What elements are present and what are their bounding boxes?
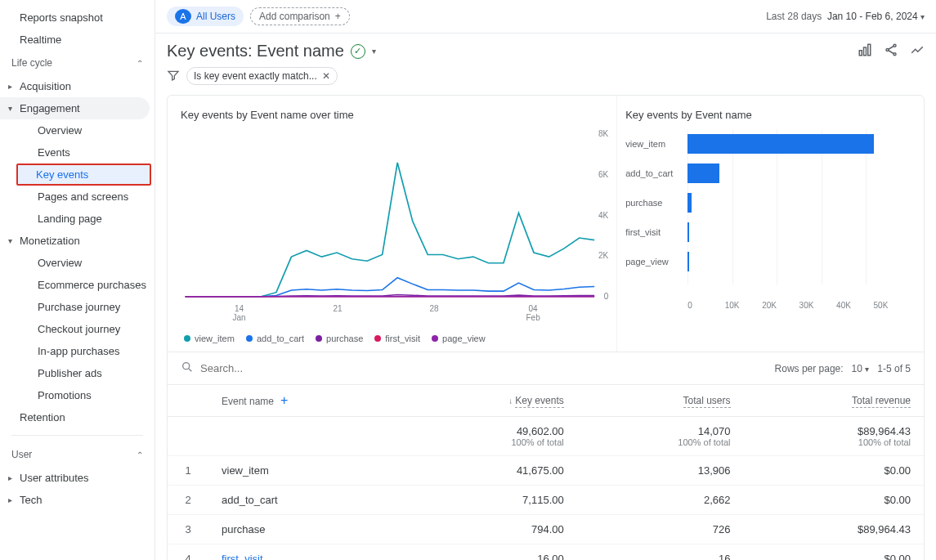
bar-row[interactable]: add_to_cart	[625, 159, 911, 188]
topbar: A All Users Add comparison + Last 28 day…	[155, 0, 936, 34]
col-key-events[interactable]: ↓Key events	[405, 385, 577, 417]
svg-rect-0	[859, 51, 862, 56]
bar-row[interactable]: first_visit	[625, 217, 911, 247]
sidebar-item-eng-pages[interactable]: Pages and screens	[0, 186, 155, 208]
filter-chip[interactable]: Is key event exactly match... ✕	[186, 67, 338, 85]
insights-icon[interactable]	[910, 43, 925, 60]
bar-chart-title: Key events by Event name	[625, 109, 911, 121]
sidebar-item-mon-promo[interactable]: Promotions	[0, 384, 155, 406]
chevron-down-icon: ▾	[920, 12, 925, 21]
page-title: Key events: Event name	[167, 42, 344, 60]
totals-row: 49,602.00100% of total 14,070100% of tot…	[168, 417, 924, 456]
segment-pill[interactable]: A All Users	[167, 7, 244, 26]
rows-per-page-select[interactable]: 10 ▾	[852, 363, 870, 374]
svg-rect-2	[868, 44, 871, 56]
customize-icon[interactable]	[858, 43, 872, 60]
sidebar-group-lifecycle[interactable]: Life cycle⌃	[0, 51, 155, 75]
sort-down-icon: ↓	[508, 396, 513, 405]
sidebar-item-eng-key-events[interactable]: Key events	[16, 164, 151, 186]
caret-right-icon: ▸	[8, 82, 18, 91]
sidebar-group-user[interactable]: User⌃	[0, 442, 155, 467]
legend-item[interactable]: add_to_cart	[246, 334, 304, 343]
filter-bar: Is key event exactly match... ✕	[155, 64, 936, 95]
sidebar-item-tech[interactable]: ▸Tech	[0, 489, 155, 511]
caret-right-icon: ▸	[8, 495, 18, 504]
filter-icon[interactable]	[167, 69, 180, 84]
caret-right-icon: ▸	[8, 473, 18, 482]
rows-per-page-label: Rows per page:	[775, 363, 844, 374]
svg-rect-1	[864, 47, 867, 56]
table-row[interactable]: 1view_item41,675.0013,906$0.00	[168, 456, 924, 486]
legend-item[interactable]: page_view	[432, 334, 486, 343]
chevron-down-icon: ▾	[865, 365, 869, 374]
svg-point-3	[893, 44, 896, 47]
table-row[interactable]: 3purchase794.00726$89,964.43	[168, 515, 924, 544]
bar-chart: view_itemadd_to_cartpurchasefirst_visitp…	[625, 129, 911, 301]
segment-label: All Users	[196, 11, 235, 22]
bar-row[interactable]: purchase	[625, 188, 911, 217]
add-comparison-button[interactable]: Add comparison +	[250, 7, 350, 25]
segment-badge: A	[175, 9, 191, 24]
data-table: Event name+ ↓Key events Total users Tota…	[168, 384, 924, 560]
chevron-up-icon: ⌃	[137, 59, 143, 68]
caret-down-icon: ▾	[8, 104, 18, 113]
sidebar-item-retention[interactable]: Retention	[0, 406, 155, 428]
sidebar-item-user-attributes[interactable]: ▸User attributes	[0, 467, 155, 489]
sidebar-item-mon-publisher[interactable]: Publisher ads	[0, 362, 155, 384]
sidebar-item-eng-overview[interactable]: Overview	[0, 119, 155, 141]
chevron-up-icon: ⌃	[137, 450, 143, 459]
sidebar-item-eng-landing[interactable]: Landing page	[0, 208, 155, 230]
pagination-range: 1-5 of 5	[877, 363, 911, 374]
search-input[interactable]	[200, 362, 364, 374]
bar-row[interactable]: view_item	[625, 129, 911, 159]
status-check-icon: ✓	[351, 44, 365, 59]
sidebar-item-monetization[interactable]: ▾Monetization	[0, 230, 155, 252]
add-dimension-icon[interactable]: +	[280, 393, 288, 407]
svg-point-6	[183, 363, 190, 370]
svg-point-5	[893, 53, 896, 56]
line-chart-title: Key events by Event name over time	[181, 109, 608, 121]
legend-item[interactable]: first_visit	[374, 334, 420, 343]
sidebar: Reports snapshot Realtime Life cycle⌃ ▸A…	[0, 0, 155, 560]
sidebar-item-eng-events[interactable]: Events	[0, 141, 155, 164]
line-chart: 8K6K4K2K0	[181, 129, 608, 301]
svg-point-4	[886, 49, 889, 52]
sidebar-item-engagement[interactable]: ▾Engagement	[0, 97, 150, 119]
col-total-revenue[interactable]: Total revenue	[744, 385, 924, 417]
close-icon[interactable]: ✕	[322, 70, 330, 82]
sidebar-item-acquisition[interactable]: ▸Acquisition	[0, 75, 155, 97]
sidebar-item-mon-purchase[interactable]: Purchase journey	[0, 296, 155, 318]
sidebar-item-reports-snapshot[interactable]: Reports snapshot	[0, 7, 155, 29]
sidebar-item-mon-checkout[interactable]: Checkout journey	[0, 318, 155, 340]
legend-item[interactable]: view_item	[184, 334, 235, 343]
sidebar-item-realtime[interactable]: Realtime	[0, 29, 155, 51]
sidebar-item-mon-inapp[interactable]: In-app purchases	[0, 340, 155, 362]
col-event-name[interactable]: Event name+	[208, 385, 405, 417]
bar-row[interactable]: page_view	[625, 247, 911, 276]
report-card: Key events by Event name over time 8K6K4…	[167, 95, 925, 560]
table-controls: Rows per page: 10 ▾ 1-5 of 5	[168, 352, 924, 384]
table-row[interactable]: 4first_visit16.0016$0.00	[168, 544, 924, 561]
col-total-users[interactable]: Total users	[577, 385, 744, 417]
legend-item[interactable]: purchase	[316, 334, 363, 343]
share-icon[interactable]	[884, 43, 898, 60]
divider	[11, 435, 143, 436]
plus-icon: +	[335, 11, 341, 22]
search-icon	[181, 361, 194, 376]
sidebar-item-mon-ecom[interactable]: Ecommerce purchases	[0, 274, 155, 296]
table-row[interactable]: 2add_to_cart7,115.002,662$0.00	[168, 486, 924, 515]
sidebar-item-mon-overview[interactable]: Overview	[0, 252, 155, 274]
date-range-picker[interactable]: Last 28 days Jan 10 - Feb 6, 2024 ▾	[766, 11, 925, 22]
page-header: Key events: Event name ✓ ▾	[155, 34, 936, 64]
chevron-down-icon[interactable]: ▾	[372, 47, 376, 56]
caret-down-icon: ▾	[8, 236, 18, 245]
col-index	[168, 385, 208, 417]
